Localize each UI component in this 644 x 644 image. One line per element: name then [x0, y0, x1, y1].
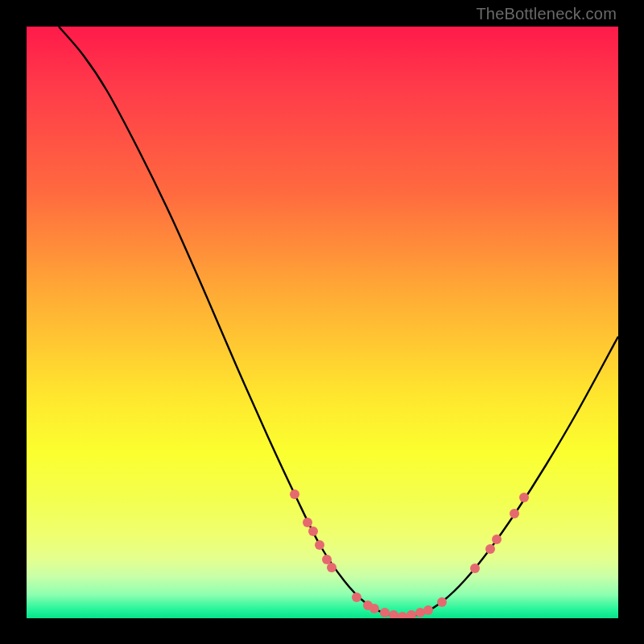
data-point — [437, 597, 447, 607]
chart-frame: TheBottleneck.com — [0, 0, 644, 644]
data-point — [510, 509, 519, 518]
data-point — [352, 592, 361, 602]
data-point — [485, 544, 495, 554]
data-point — [303, 518, 312, 527]
data-point — [470, 564, 480, 573]
attribution-text: TheBottleneck.com — [476, 5, 617, 23]
data-point — [423, 605, 433, 615]
data-point — [308, 526, 318, 536]
data-point — [327, 563, 336, 572]
bottleneck-curve — [27, 27, 618, 618]
plot-area — [27, 27, 618, 618]
data-point — [315, 540, 324, 550]
data-point — [369, 604, 379, 613]
data-point — [290, 489, 299, 499]
data-point — [519, 493, 529, 502]
data-point — [492, 535, 502, 544]
